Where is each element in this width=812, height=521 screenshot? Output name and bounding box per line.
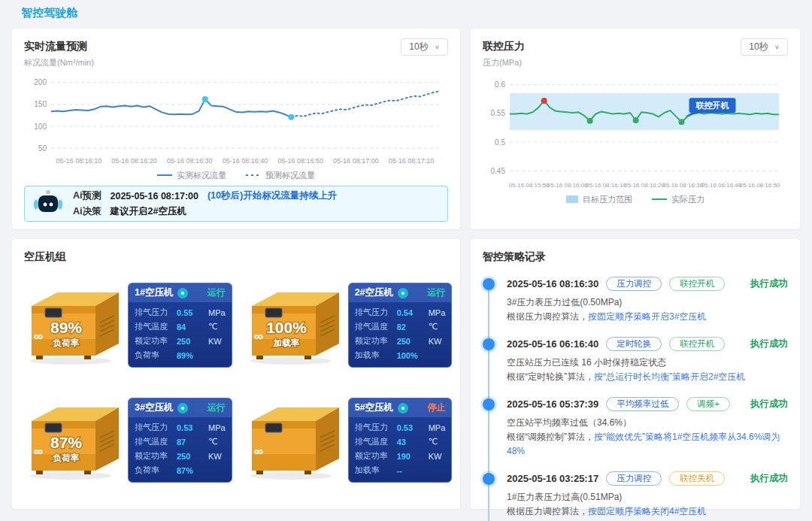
record-action-link[interactable]: 按固定顺序策略开启3#空压机 [588, 311, 706, 322]
metric-label: 排气温度 [355, 321, 397, 332]
load-percentage: 87% [50, 434, 82, 451]
svg-text:05-16 08:15:50: 05-16 08:15:50 [509, 182, 550, 189]
record-cause: 3#压力表压力过低(0.50MPa) [507, 295, 788, 310]
record-tag: 定时轮换 [606, 337, 662, 351]
strategy-record: 2025-05-16 05:37:39 平均频率过低调频+执行成功 空压站平均频… [483, 397, 788, 471]
strategy-panel-title: 智控策略记录 [483, 250, 546, 264]
flow-interval-select[interactable]: 10秒 ∨ [401, 38, 448, 56]
compressor-units-grid: ∞ 89% 负荷率 1#空压机 运行 排气压力0.55MPa排气温度84℃额定功… [24, 283, 448, 483]
metric-label: 额定功率 [135, 335, 177, 347]
compressor-info-card[interactable]: 3#空压机 运行 排气压力0.53MPa排气温度87℃额定功率250KW负荷率8… [128, 398, 232, 483]
compressor-panel: 空压机组 ∞ 89% 负荷率 [12, 239, 460, 509]
metric-row: 额定功率190KW [355, 449, 446, 463]
record-cause: 空压站压力已连续 16 小时保持稳定状态 [507, 356, 788, 370]
compressor-unit: ∞ 5#空压机 停止 排气压力0.53MPa排气温度43℃额定功率190KW加载… [244, 398, 453, 483]
svg-text:05-16 08:16:30: 05-16 08:16:30 [662, 182, 703, 189]
record-status: 执行成功 [750, 277, 788, 290]
pressure-interval-value: 10秒 [749, 41, 768, 53]
metric-value: 89% [177, 351, 208, 360]
compressor-title: 5#空压机 [355, 401, 393, 414]
compressor-unit: ∞ 100% 加载率 2#空压机 运行 排气压力0.54MPa排气温度82℃额定… [244, 283, 453, 368]
compressor-image: ∞ 100% 加载率 [244, 283, 344, 368]
metric-label: 额定功率 [355, 450, 397, 462]
metric-unit: MPa [208, 423, 226, 432]
metric-unit: ℃ [208, 437, 217, 447]
load-percentage: 100% [266, 319, 307, 336]
record-cause: 空压站平均频率过低（34.6%） [507, 416, 788, 430]
svg-text:50: 50 [38, 144, 47, 153]
record-action: 根据压力调控算法，按固定顺序策略关闭4#空压机 [507, 504, 788, 519]
metric-label: 负荷率 [135, 465, 177, 476]
timeline-dot-icon [483, 398, 495, 410]
metric-row: 额定功率250KW [135, 449, 226, 463]
compressor-metrics: 排气压力0.55MPa排气温度84℃额定功率250KW负荷率89% [129, 302, 232, 367]
strategy-panel: 智控策略记录 2025-05-16 08:16:30 压力调控联控开机执行成功 … [471, 239, 800, 509]
compressor-title: 1#空压机 [135, 286, 173, 299]
compressor-status: 运行 [208, 286, 226, 299]
metric-row: 排气压力0.55MPa [135, 305, 226, 320]
page-title: 智控驾驶舱 [21, 6, 77, 20]
legend-actual-pressure: 实际压力 [652, 194, 704, 205]
record-action: 根据“定时轮换”算法，按“总运行时长均衡”策略开启2#空压机 [507, 370, 788, 384]
metric-value: 0.54 [397, 308, 429, 317]
svg-text:05-16 08:16:40: 05-16 08:16:40 [223, 157, 268, 165]
legend-predicted: 预测标况流量 [246, 170, 315, 181]
record-action-link[interactable]: 按固定顺序策略关闭4#空压机 [588, 506, 706, 516]
metric-unit: KW [208, 452, 222, 461]
metric-unit: KW [429, 337, 442, 346]
legend-measured: 实测标况流量 [157, 170, 226, 181]
compressor-display [265, 308, 282, 317]
metric-unit: ℃ [429, 437, 438, 447]
metric-row: 负荷率89% [135, 348, 226, 362]
record-action-link[interactable]: 按“总运行时长均衡”策略开启2#空压机 [594, 371, 745, 382]
chevron-down-icon: ∨ [435, 44, 440, 50]
ai-robot-icon [32, 189, 64, 219]
metric-row: 排气压力0.53MPa [135, 420, 226, 435]
metric-value: 43 [397, 438, 429, 447]
metric-value: -- [397, 466, 429, 475]
svg-text:05-16 08:16:10: 05-16 08:16:10 [586, 182, 626, 189]
flow-interval-value: 10秒 [409, 41, 428, 53]
compressor-metrics: 排气压力0.53MPa排气温度43℃额定功率190KW加载率-- [349, 417, 452, 482]
timeline-dot-icon [483, 278, 495, 290]
record-cause: 1#压力表压力过高(0.51MPa) [507, 490, 788, 504]
timeline-dot-icon [483, 338, 495, 350]
strategy-record: 2025-05-16 03:25:17 压力调控联控关机执行成功 1#压力表压力… [483, 471, 788, 521]
ai-predict-text: (10秒后)开始标况流量持续上升 [208, 189, 337, 202]
strategy-records-list: 2025-05-16 08:16:30 压力调控联控开机执行成功 3#压力表压力… [483, 277, 788, 521]
record-time: 2025-05-16 05:37:39 [507, 398, 598, 410]
metric-value: 0.53 [397, 423, 429, 432]
compressor-logo: ∞ [34, 444, 43, 459]
record-status: 执行成功 [750, 472, 788, 485]
compressor-unit: ∞ 89% 负荷率 1#空压机 运行 排气压力0.55MPa排气温度84℃额定功… [24, 283, 232, 368]
compressor-info-card[interactable]: 5#空压机 停止 排气压力0.53MPa排气温度43℃额定功率190KW加载率-… [348, 398, 453, 483]
metric-value: 0.53 [177, 423, 208, 432]
flow-chart: 5010015020005-16 08:16:1005-16 08:16:200… [24, 70, 448, 169]
record-action: 根据压力调控算法，按固定顺序策略开启3#空压机 [507, 310, 788, 324]
compressor-metrics: 排气压力0.54MPa排气温度82℃额定功率250KW加载率100% [349, 302, 452, 367]
metric-row: 加载率100% [355, 348, 446, 362]
metric-label: 排气温度 [135, 436, 177, 447]
compressor-title: 3#空压机 [135, 401, 173, 414]
compressor-info-card[interactable]: 2#空压机 运行 排气压力0.54MPa排气温度82℃额定功率250KW加载率1… [348, 283, 453, 368]
pressure-interval-select[interactable]: 10秒 ∨ [741, 38, 788, 56]
svg-text:05-16 08:16:10: 05-16 08:16:10 [56, 157, 102, 165]
ai-decision-text: 建议开启2#空压机 [111, 205, 186, 218]
metric-label: 排气压力 [355, 307, 397, 318]
compressor-metrics: 排气压力0.53MPa排气温度87℃额定功率250KW负荷率87% [129, 417, 232, 482]
pressure-legend: 目标压力范围 实际压力 [483, 193, 788, 205]
metric-row: 负荷率87% [135, 463, 226, 477]
metric-unit: MPa [429, 308, 446, 317]
pressure-panel-title: 联控压力 [483, 40, 525, 53]
ai-predict-label: Ai预测 [73, 189, 102, 202]
svg-text:05-16 08:16:50: 05-16 08:16:50 [739, 182, 780, 189]
metric-row: 排气温度84℃ [135, 320, 226, 334]
metric-row: 排气压力0.53MPa [355, 420, 446, 435]
compressor-info-card[interactable]: 1#空压机 运行 排气压力0.55MPa排气温度84℃额定功率250KW负荷率8… [128, 283, 232, 368]
solid-line-swatch [157, 174, 172, 176]
metric-value: 250 [177, 452, 208, 461]
svg-text:0.45: 0.45 [491, 167, 506, 175]
metric-label: 负荷率 [135, 350, 177, 361]
svg-text:150: 150 [34, 100, 47, 108]
load-label: 加载率 [272, 338, 299, 347]
